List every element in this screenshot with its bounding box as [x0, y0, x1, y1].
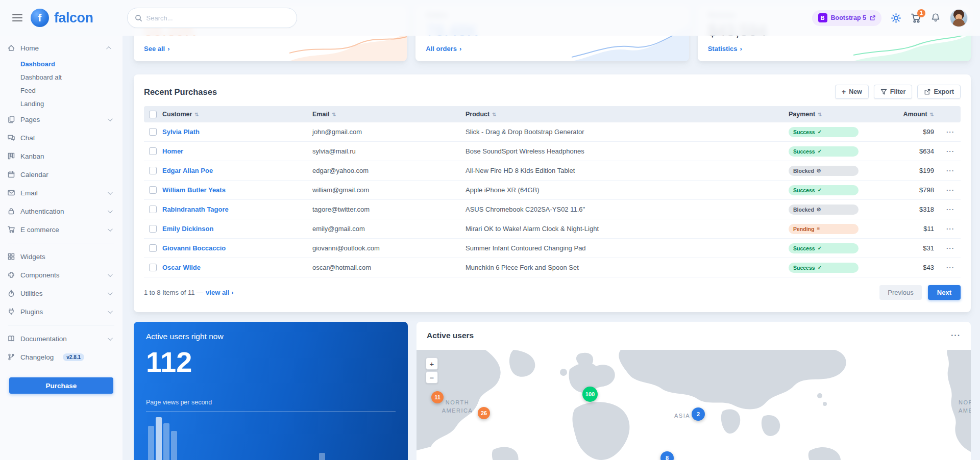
sidebar-item-email[interactable]: Email — [0, 184, 122, 202]
row-actions-button[interactable]: ··· — [946, 225, 954, 233]
payment-badge: Success✓ — [789, 127, 859, 137]
sidebar-item-label: Changelog — [20, 353, 54, 361]
sidebar-item-kanban[interactable]: Kanban — [0, 147, 122, 165]
sidebar-item-chat[interactable]: Chat — [0, 129, 122, 147]
view-all-link[interactable]: view all — [206, 289, 234, 296]
check-icon: ✓ — [818, 148, 822, 154]
previous-button[interactable]: Previous — [879, 285, 922, 300]
sidebar-item-utilities[interactable]: Utilities — [0, 284, 122, 302]
sidebar-item-components[interactable]: Components — [0, 266, 122, 284]
row-actions-button[interactable]: ··· — [946, 147, 954, 155]
email-icon — [7, 189, 15, 197]
zoom-out-button[interactable]: − — [426, 371, 438, 384]
row-checkbox[interactable] — [149, 147, 157, 155]
sidebar-item-documentation[interactable]: Documentation — [0, 329, 122, 348]
amount-cell: $318 — [919, 206, 940, 213]
export-button[interactable]: Export — [917, 85, 961, 99]
row-checkbox[interactable] — [149, 264, 157, 271]
column-header-email[interactable]: Email — [312, 111, 465, 118]
notifications-button[interactable] — [930, 13, 941, 23]
row-checkbox[interactable] — [149, 128, 157, 136]
customer-link[interactable]: Homer — [162, 147, 312, 155]
cart-button[interactable]: 1 — [911, 13, 921, 23]
purchase-button[interactable]: Purchase — [9, 377, 113, 394]
payment-label: Blocked — [793, 168, 814, 174]
chevron-down-icon — [108, 208, 113, 213]
sidebar-item-dashboard-alt[interactable]: Dashboard alt — [0, 70, 122, 84]
hamburger-menu-icon[interactable] — [12, 14, 22, 21]
user-avatar[interactable] — [950, 9, 968, 27]
customer-link[interactable]: Oscar Wilde — [162, 264, 312, 271]
amount-cell: $798 — [919, 186, 940, 194]
customer-link[interactable]: Giovanni Boccaccio — [162, 244, 312, 252]
new-button[interactable]: + New — [835, 85, 869, 99]
table-row: William Butler Yeats william@gmail.com A… — [144, 181, 961, 200]
row-checkbox[interactable] — [149, 225, 157, 233]
map-marker[interactable]: 26 — [478, 407, 490, 419]
search-box — [127, 8, 297, 28]
see-all-link[interactable]: See all — [144, 45, 170, 53]
row-checkbox[interactable] — [149, 244, 157, 252]
table-row: Giovanni Boccaccio giovanni@outlook.com … — [144, 239, 961, 258]
map-marker[interactable]: 2 — [692, 407, 705, 421]
row-checkbox[interactable] — [149, 167, 157, 174]
recent-purchases-title: Recent Purchases — [144, 87, 217, 97]
bootstrap-badge[interactable]: B Bootstrap 5 — [812, 10, 881, 26]
kanban-icon — [7, 152, 15, 160]
customer-link[interactable]: William Butler Yeats — [162, 186, 312, 194]
row-checkbox[interactable] — [149, 186, 157, 194]
payment-label: Success — [793, 129, 815, 135]
column-header-product[interactable]: Product — [465, 111, 779, 118]
customer-link[interactable]: Edgar Allan Poe — [162, 167, 312, 174]
row-actions-button[interactable]: ··· — [946, 206, 954, 213]
chevron-down-icon — [108, 309, 113, 314]
sidebar-item-plugins[interactable]: Plugins — [0, 302, 122, 321]
bell-icon — [930, 13, 941, 23]
all-orders-link[interactable]: All orders — [426, 45, 461, 53]
sidebar-item-changelog[interactable]: Changelog v2.8.1 — [0, 348, 122, 366]
column-header-customer[interactable]: Customer — [162, 111, 312, 118]
map-marker[interactable]: 100 — [582, 387, 598, 402]
sidebar-item-label: Widgets — [20, 253, 45, 261]
sidebar-item-calendar[interactable]: Calendar — [0, 165, 122, 184]
sidebar-item-pages[interactable]: Pages — [0, 110, 122, 129]
column-header-amount[interactable]: Amount — [903, 111, 940, 118]
customer-link[interactable]: Rabindranath Tagore — [162, 206, 312, 213]
row-checkbox[interactable] — [149, 206, 157, 213]
product-cell: Munchkin 6 Piece Fork and Spoon Set — [465, 264, 779, 271]
sidebar-item-dashboard[interactable]: Dashboard — [0, 57, 122, 70]
filter-button[interactable]: Filter — [874, 85, 913, 99]
product-cell: All-New Fire HD 8 Kids Edition Tablet — [465, 167, 779, 174]
statistics-link[interactable]: Statistics — [708, 45, 742, 53]
row-actions-button[interactable]: ··· — [946, 186, 954, 194]
next-button[interactable]: Next — [928, 285, 961, 300]
settings-gear-button[interactable] — [891, 13, 901, 23]
sparkline-bar — [163, 423, 169, 460]
column-header-payment[interactable]: Payment — [779, 111, 859, 118]
row-actions-button[interactable]: ··· — [946, 244, 954, 252]
customer-link[interactable]: Emily Dickinson — [162, 225, 312, 233]
search-input[interactable] — [146, 14, 289, 22]
row-actions-button[interactable]: ··· — [946, 264, 954, 271]
sidebar-item-home[interactable]: Home — [0, 39, 122, 57]
row-actions-button[interactable]: ··· — [946, 167, 954, 174]
sidebar-item-widgets[interactable]: Widgets — [0, 247, 122, 266]
payment-badge: Success✓ — [789, 263, 859, 273]
payment-badge: Success✓ — [789, 185, 859, 195]
row-actions-button[interactable]: ··· — [946, 128, 954, 136]
select-all-checkbox[interactable] — [149, 111, 157, 118]
map-marker[interactable]: 11 — [431, 391, 444, 403]
card-menu-button[interactable]: ··· — [951, 331, 961, 340]
brand-logo[interactable]: f falcon — [31, 9, 93, 27]
sidebar-item-feed[interactable]: Feed — [0, 84, 122, 97]
sparkline-bar — [156, 417, 162, 460]
customer-link[interactable]: Sylvia Plath — [162, 128, 312, 136]
sparkline-bar — [319, 453, 325, 460]
sidebar-item-authentication[interactable]: Authentication — [0, 202, 122, 220]
product-cell: Slick - Drag & Drop Bootstrap Generator — [465, 128, 779, 136]
sidebar-item-ecommerce[interactable]: E commerce — [0, 220, 122, 239]
ban-icon: ⊘ — [817, 168, 821, 173]
zoom-in-button[interactable]: + — [426, 357, 438, 370]
sidebar-item-landing[interactable]: Landing — [0, 97, 122, 110]
payment-label: Blocked — [793, 207, 814, 213]
